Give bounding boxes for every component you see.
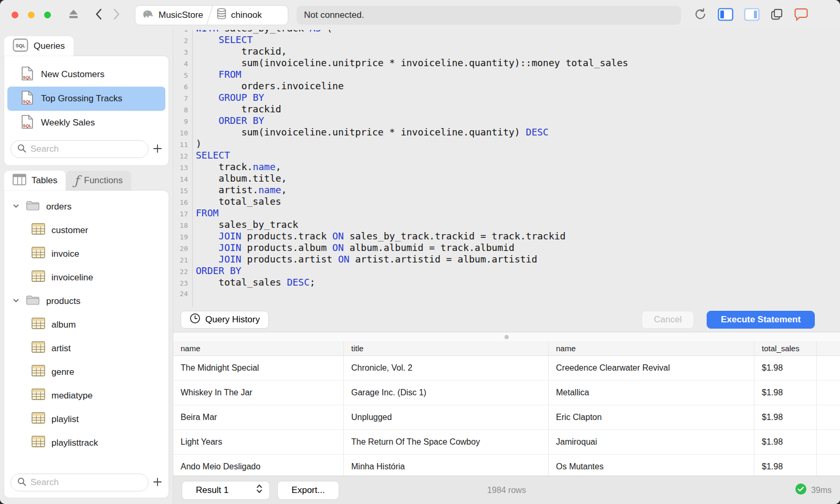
table-cell[interactable]: Metallica <box>549 381 754 405</box>
query-item-label: Top Grossing Tracks <box>41 93 122 104</box>
table-cell[interactable]: Ando Meio Desligado <box>173 455 344 476</box>
query-item[interactable]: SQLNew Customers <box>7 62 165 87</box>
table-cell[interactable]: Whiskey In The Jar <box>173 381 344 405</box>
sql-editor[interactable]: 1WITH sales_by_track AS (2 SELECT3 track… <box>173 30 840 307</box>
table-cell[interactable]: Jamiroquai <box>549 430 754 455</box>
minimize-window-button[interactable] <box>28 12 35 18</box>
chevron-down-icon[interactable] <box>13 296 19 307</box>
new-window-button[interactable] <box>770 8 783 23</box>
chat-bubble-icon <box>794 8 808 23</box>
table-cell[interactable]: The Midnight Special <box>173 356 344 381</box>
cancel-label: Cancel <box>654 314 682 325</box>
export-button[interactable]: Export... <box>277 481 339 500</box>
table-item[interactable]: playlisttrack <box>4 431 169 455</box>
table-cell[interactable]: The Return Of The Space Cowboy <box>344 430 549 455</box>
table-item[interactable]: artist <box>4 337 169 360</box>
table-cell[interactable]: Eric Clapton <box>549 405 754 430</box>
results-header-row: nametitlenametotal_sales <box>173 341 840 356</box>
code-line: 22ORDER BY <box>173 265 840 277</box>
queries-panel: SQLNew CustomersSQLTop Grossing TracksSQ… <box>4 56 169 165</box>
table-item[interactable]: customer <box>4 218 169 242</box>
table-cell[interactable]: Chronicle, Vol. 2 <box>344 356 549 381</box>
schema-folder-item[interactable]: orders <box>4 195 169 218</box>
code-text: SELECT <box>193 34 253 46</box>
line-number: 21 <box>173 255 193 266</box>
query-item[interactable]: SQLWeekly Sales <box>7 111 165 135</box>
code-line: 1WITH sales_by_track AS ( <box>173 30 840 34</box>
tab-functions[interactable]: ƒ Functions <box>66 171 131 191</box>
feedback-button[interactable] <box>794 8 808 23</box>
results-header: nametitlenametotal_sales <box>173 341 840 356</box>
table-item[interactable]: playlist <box>4 407 169 431</box>
window-controls <box>12 12 51 18</box>
sidebar-right-icon <box>744 8 760 23</box>
toggle-right-sidebar-button[interactable] <box>744 8 760 23</box>
close-window-button[interactable] <box>12 12 18 18</box>
column-header[interactable]: name <box>173 341 344 356</box>
stepper-chevrons-icon <box>256 484 263 497</box>
table-cell[interactable]: Os Mutantes <box>549 455 754 476</box>
result-selector[interactable]: Result 1 <box>182 481 270 500</box>
function-icon: ƒ <box>74 174 79 187</box>
table-row[interactable]: Light YearsThe Return Of The Space Cowbo… <box>173 430 840 455</box>
eject-icon <box>67 8 80 22</box>
code-text: sum(invoiceline.unitprice * invoiceline.… <box>193 57 628 69</box>
table-item[interactable]: invoice <box>4 242 169 266</box>
results-splitter[interactable] <box>173 332 840 341</box>
table-item[interactable]: mediatype <box>4 384 169 407</box>
add-table-button[interactable] <box>153 477 162 488</box>
code-text: track.name, <box>193 161 281 173</box>
reload-button[interactable] <box>694 7 707 23</box>
tab-tables[interactable]: Tables <box>4 171 66 191</box>
line-number: 3 <box>173 47 193 58</box>
query-item-label: New Customers <box>41 69 104 80</box>
tree-item-label: mediatype <box>51 391 92 401</box>
table-item[interactable]: genre <box>4 360 169 384</box>
chevron-down-icon[interactable] <box>13 202 19 212</box>
column-header[interactable]: name <box>549 341 754 356</box>
table-cell[interactable]: $1.98 <box>754 430 817 455</box>
table-cell[interactable]: Beira Mar <box>173 405 344 430</box>
forward-button[interactable] <box>113 8 120 22</box>
table-cell[interactable]: Minha História <box>344 455 549 476</box>
tab-queries[interactable]: SQL Queries <box>4 36 74 56</box>
query-item[interactable]: SQLTop Grossing Tracks <box>7 87 165 111</box>
table-cell[interactable]: $1.98 <box>754 405 817 430</box>
query-item-label: Weekly Sales <box>41 118 95 128</box>
back-button[interactable] <box>95 8 102 22</box>
execute-statement-button[interactable]: Execute Statement <box>707 311 815 329</box>
query-history-button[interactable]: Query History <box>181 311 269 329</box>
table-row[interactable]: The Midnight SpecialChronicle, Vol. 2Cre… <box>173 356 840 381</box>
column-header[interactable]: total_sales <box>754 341 817 356</box>
table-cell[interactable]: $1.98 <box>754 356 817 381</box>
table-row[interactable]: Whiskey In The JarGarage Inc. (Disc 1)Me… <box>173 381 840 405</box>
table-cell[interactable]: Unplugged <box>344 405 549 430</box>
code-line: 11) <box>173 138 840 150</box>
row-filler <box>817 430 840 455</box>
toggle-left-sidebar-button[interactable] <box>718 8 733 23</box>
table-item[interactable]: album <box>4 313 169 337</box>
breadcrumb-database[interactable]: chinook <box>210 6 268 25</box>
table-cell[interactable]: Light Years <box>173 430 344 455</box>
table-cell[interactable]: $1.98 <box>754 381 817 405</box>
breadcrumb-connection[interactable]: MusicStore <box>135 6 209 25</box>
schema-folder-item[interactable]: products <box>4 289 169 313</box>
tables-search-input[interactable]: Search <box>10 474 149 491</box>
table-row[interactable]: Beira MarUnpluggedEric Clapton$1.98 <box>173 405 840 430</box>
table-item[interactable]: invoiceline <box>4 266 169 289</box>
table-cell[interactable]: Garage Inc. (Disc 1) <box>344 381 549 405</box>
breadcrumb: MusicStore chinook <box>135 5 288 25</box>
cancel-button[interactable]: Cancel <box>642 311 694 329</box>
line-number: 13 <box>173 162 193 174</box>
line-number: 11 <box>173 139 193 151</box>
table-cell[interactable]: $1.98 <box>754 455 817 476</box>
code-text: ORDER BY <box>193 265 242 277</box>
tables-panel: orderscustomerinvoiceinvoicelineproducts… <box>4 191 169 498</box>
table-row[interactable]: Ando Meio DesligadoMinha HistóriaOs Muta… <box>173 455 840 476</box>
queries-search-input[interactable]: Search <box>10 140 149 158</box>
table-cell[interactable]: Creedence Clearwater Revival <box>549 356 754 381</box>
disconnect-eject-button[interactable] <box>67 8 80 22</box>
zoom-window-button[interactable] <box>44 12 51 18</box>
column-header[interactable]: title <box>344 341 549 356</box>
add-query-button[interactable] <box>153 144 162 155</box>
